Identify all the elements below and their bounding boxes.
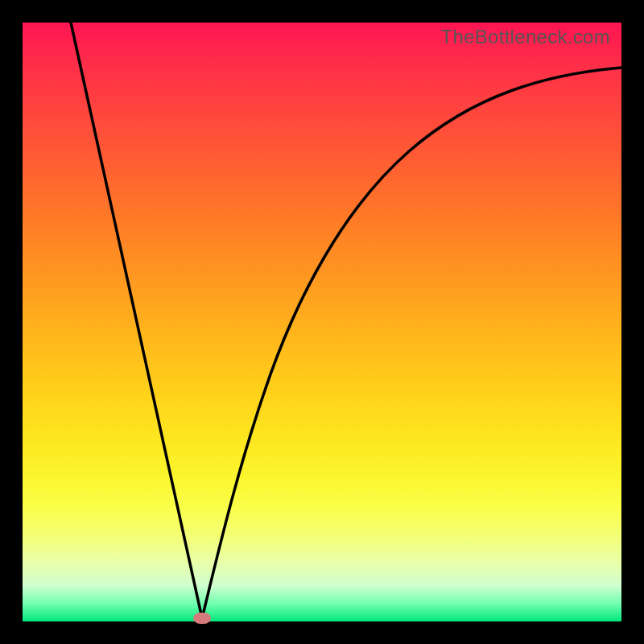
min-marker	[193, 613, 211, 624]
bottleneck-curve	[23, 23, 621, 621]
chart-frame: TheBottleneck.com	[0, 0, 644, 644]
curve-right-branch	[202, 68, 621, 618]
curve-left-branch	[71, 23, 202, 618]
plot-area: TheBottleneck.com	[23, 23, 621, 621]
